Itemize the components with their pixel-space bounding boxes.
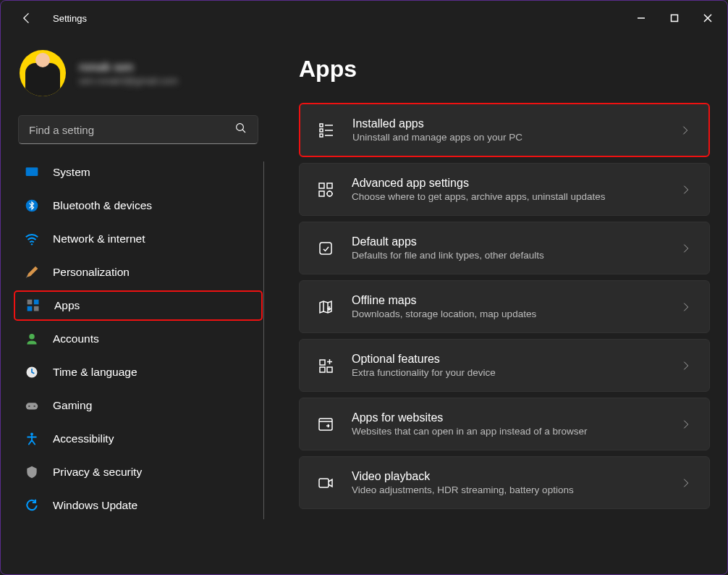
sidebar-item-time-language[interactable]: Time & language [14,357,263,387]
windows-update-icon [24,498,40,513]
search-box[interactable] [18,115,258,144]
sidebar-item-label: Time & language [53,366,137,379]
svg-rect-19 [327,183,332,188]
sidebar-item-label: Accounts [53,332,99,345]
installed-apps-icon [316,120,337,140]
user-name: ronak sen [79,61,178,74]
sidebar-item-privacy[interactable]: Privacy & security [14,457,263,487]
svg-rect-25 [327,367,332,372]
minimize-button[interactable] [625,4,658,33]
personalization-icon [24,264,40,280]
svg-rect-17 [320,134,323,137]
svg-rect-0 [672,15,678,22]
search-input[interactable] [29,124,234,136]
svg-rect-2 [26,167,38,176]
window-controls [625,4,724,33]
apps-for-websites-icon [316,414,336,435]
svg-rect-15 [320,124,323,127]
svg-rect-7 [27,306,33,311]
video-playback-icon [316,473,336,493]
card-subtitle: Extra functionality for your device [352,367,679,378]
user-profile[interactable]: ronak sen sen.ronak3@gmail.com [14,35,263,114]
svg-rect-24 [320,367,325,372]
sidebar-item-accessibility[interactable]: Accessibility [14,424,263,454]
svg-point-21 [327,191,332,196]
wifi-icon [24,231,40,247]
card-optional-features[interactable]: Optional features Extra functionality fo… [299,339,710,392]
card-title: Installed apps [352,117,678,130]
svg-point-14 [30,432,33,435]
svg-rect-16 [320,129,323,132]
chevron-right-icon [679,476,693,490]
nav: System Bluetooth & devices Network & int… [14,157,263,521]
system-icon [24,164,40,180]
sidebar-item-network[interactable]: Network & internet [14,224,263,254]
close-button[interactable] [691,4,724,33]
bluetooth-icon [24,198,40,214]
sidebar-item-label: Privacy & security [53,466,142,479]
svg-rect-8 [34,306,39,311]
card-subtitle: Defaults for file and link types, other … [352,250,679,261]
page-title: Apps [299,56,710,83]
sidebar-item-label: Apps [54,299,80,312]
accessibility-icon [24,431,40,447]
titlebar: Settings [1,1,727,35]
card-subtitle: Choose where to get apps, archive apps, … [352,191,679,202]
nav-separator [263,161,264,519]
sidebar-item-accounts[interactable]: Accounts [14,324,263,354]
card-title: Default apps [352,235,679,248]
card-subtitle: Downloads, storage location, map updates [352,309,679,319]
sidebar-item-label: Windows Update [53,499,137,512]
sidebar-item-personalization[interactable]: Personalization [14,257,263,288]
card-installed-apps[interactable]: Installed apps Uninstall and manage apps… [299,103,710,157]
svg-point-4 [31,243,33,245]
card-advanced-app-settings[interactable]: Advanced app settings Choose where to ge… [299,163,710,216]
sidebar-item-bluetooth[interactable]: Bluetooth & devices [14,190,263,221]
card-default-apps[interactable]: Default apps Defaults for file and link … [299,222,710,274]
optional-features-icon [316,356,336,376]
svg-rect-6 [34,300,39,305]
apps-icon [25,298,41,314]
search-icon [234,122,247,138]
svg-point-9 [29,334,35,340]
time-language-icon [24,364,40,380]
sidebar-item-windows-update[interactable]: Windows Update [14,490,263,521]
chevron-right-icon [679,241,693,256]
card-title: Optional features [352,353,679,366]
card-offline-maps[interactable]: Offline maps Downloads, storage location… [299,280,710,333]
user-email: sen.ronak3@gmail.com [79,75,178,86]
offline-maps-icon [316,297,336,317]
gaming-icon [24,398,40,414]
accounts-icon [24,331,40,347]
svg-point-13 [33,406,35,407]
card-video-playback[interactable]: Video playback Video adjustments, HDR st… [299,456,710,509]
card-apps-for-websites[interactable]: Apps for websites Websites that can open… [299,398,710,450]
svg-rect-27 [319,479,329,487]
sidebar-item-gaming[interactable]: Gaming [14,390,263,421]
card-title: Video playback [352,470,679,483]
svg-rect-23 [320,360,325,365]
advanced-settings-icon [316,180,336,200]
sidebar-item-system[interactable]: System [14,157,263,188]
svg-rect-11 [26,403,38,409]
svg-rect-5 [27,300,33,305]
chevron-right-icon [679,182,693,197]
card-title: Offline maps [352,294,679,307]
svg-point-1 [237,124,244,131]
window-title: Settings [53,13,87,24]
chevron-right-icon [679,300,693,314]
sidebar-item-label: Personalization [53,266,130,279]
maximize-button[interactable] [658,4,691,33]
card-title: Apps for websites [352,411,679,424]
sidebar-item-apps[interactable]: Apps [14,290,263,321]
card-subtitle: Uninstall and manage apps on your PC [352,132,678,143]
sidebar-item-label: Accessibility [53,432,114,445]
svg-point-12 [28,406,30,407]
chevron-right-icon [679,358,693,373]
sidebar-item-label: Bluetooth & devices [53,199,152,212]
svg-rect-18 [319,183,324,188]
back-button[interactable] [18,9,35,27]
svg-rect-22 [320,243,331,254]
card-subtitle: Websites that can open in an app instead… [352,426,679,437]
card-title: Advanced app settings [352,177,679,190]
